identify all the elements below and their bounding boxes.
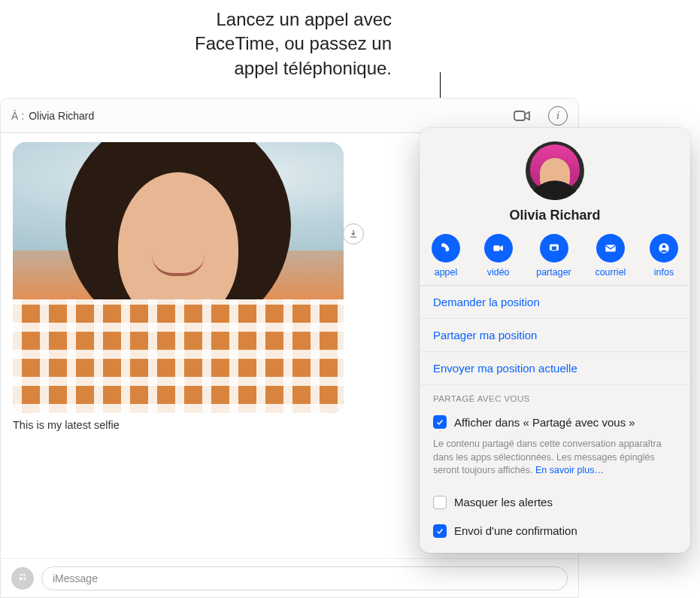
- contact-details-popover: Olivia Richard appel vidéo partager cour…: [420, 128, 690, 553]
- phone-icon: [432, 234, 460, 263]
- message-input-placeholder: iMessage: [53, 572, 98, 584]
- svg-rect-3: [551, 246, 557, 250]
- annotation-line: Lancez un appel avec: [216, 9, 392, 29]
- row-send-receipt[interactable]: Envoi d'une confirmation: [420, 517, 690, 545]
- svg-rect-0: [514, 111, 525, 120]
- action-call[interactable]: appel: [432, 234, 460, 278]
- action-label: partager: [536, 267, 571, 278]
- action-info[interactable]: infos: [650, 234, 678, 278]
- screenshare-icon: [540, 234, 568, 263]
- shared-description: Le contenu partagé dans cette conversati…: [420, 436, 690, 488]
- details-info-icon[interactable]: [548, 106, 568, 126]
- contact-name: Olivia Richard: [420, 208, 690, 223]
- checkbox-show-in-shared[interactable]: [433, 415, 447, 429]
- annotation-line: FaceTime, ou passez un: [195, 33, 392, 53]
- checkbox-label: Envoi d'une confirmation: [454, 524, 577, 537]
- learn-more-link[interactable]: En savoir plus…: [535, 465, 604, 475]
- action-label: infos: [654, 267, 674, 278]
- facetime-video-icon[interactable]: [512, 106, 532, 126]
- video-icon: [484, 234, 513, 263]
- checkbox-hide-alerts[interactable]: [433, 496, 447, 509]
- contact-actions-row: appel vidéo partager courriel infos: [420, 223, 690, 285]
- row-show-in-shared[interactable]: Afficher dans « Partagé avec vous »: [420, 408, 690, 436]
- annotation-line: appel téléphonique.: [234, 58, 392, 78]
- checkbox-label: Masquer les alertes: [454, 496, 553, 508]
- shared-section-title: PARTAGÉ AVEC VOUS: [420, 385, 690, 408]
- action-label: vidéo: [487, 267, 510, 278]
- annotation-callout: Lancez un appel avec FaceTime, ou passez…: [0, 8, 700, 80]
- popover-list: Demander la position Partager ma positio…: [420, 285, 690, 553]
- link-request-location[interactable]: Demander la position: [420, 286, 690, 319]
- recipient-name[interactable]: Olivia Richard: [29, 110, 94, 122]
- action-label: appel: [435, 267, 458, 278]
- message-composer: iMessage: [1, 558, 578, 597]
- checkbox-send-receipt[interactable]: [433, 524, 447, 538]
- contact-avatar[interactable]: [526, 141, 584, 200]
- action-mail[interactable]: courriel: [595, 234, 626, 278]
- svg-point-6: [662, 245, 666, 249]
- link-send-current-location[interactable]: Envoyer ma position actuelle: [420, 352, 690, 385]
- selfie-image: [13, 142, 344, 413]
- checkbox-label: Afficher dans « Partagé avec vous »: [454, 416, 635, 429]
- svg-rect-1: [493, 245, 499, 251]
- link-share-my-location[interactable]: Partager ma position: [420, 319, 690, 352]
- row-hide-alerts[interactable]: Masquer les alertes: [420, 488, 690, 517]
- incoming-message-text: This is my latest selfie: [13, 419, 344, 431]
- person-icon: [650, 234, 678, 263]
- to-label: À :: [11, 110, 24, 122]
- action-share[interactable]: partager: [536, 234, 571, 278]
- action-label: courriel: [595, 267, 626, 278]
- action-video[interactable]: vidéo: [484, 234, 513, 278]
- incoming-photo-message[interactable]: This is my latest selfie: [13, 142, 344, 431]
- message-input[interactable]: iMessage: [41, 566, 568, 590]
- mail-icon: [596, 234, 625, 263]
- popover-caret: [659, 128, 677, 138]
- download-attachment-icon[interactable]: [343, 223, 364, 244]
- apps-button[interactable]: [11, 567, 34, 590]
